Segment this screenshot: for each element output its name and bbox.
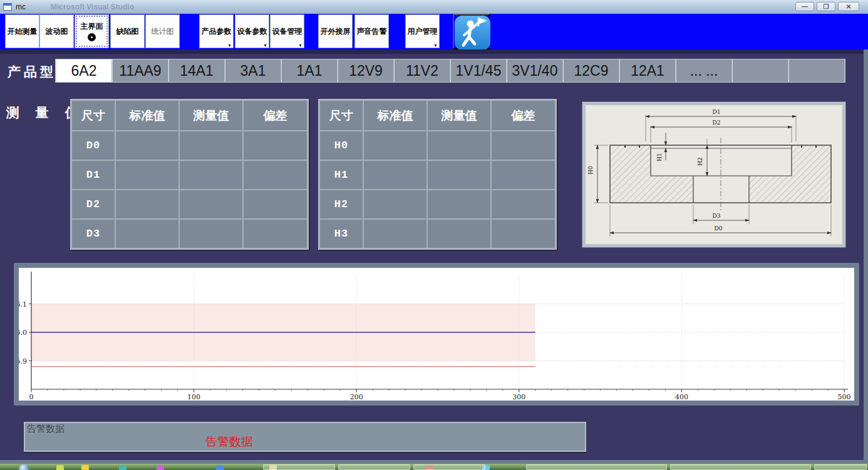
toolbar: 开始测量 波动图 主界面 缺陷图 统计图 产品参数 ▼ 设备参数 ▼ 设备管理 … bbox=[0, 14, 868, 49]
dim-label-d0: D0 bbox=[715, 225, 723, 232]
product-tab[interactable]: 6A2 bbox=[56, 59, 112, 82]
app-icon bbox=[3, 3, 12, 11]
dropdown-arrow-icon: ▼ bbox=[298, 43, 302, 48]
column-header: 测量值 bbox=[180, 101, 242, 130]
product-tab[interactable]: 11AA9 bbox=[112, 59, 168, 82]
titlebar: mc Microsoft Visual Studio — ❐ ✕ bbox=[0, 0, 868, 14]
value-cell bbox=[244, 131, 307, 160]
svg-text:500: 500 bbox=[838, 393, 851, 401]
value-cell bbox=[244, 161, 307, 189]
svg-text:5.9: 5.9 bbox=[19, 357, 27, 365]
background-window-title: Microsoft Visual Studio bbox=[51, 3, 134, 11]
trend-chart-panel: 5.96.06.10100200300400500 bbox=[14, 263, 859, 406]
value-cell bbox=[364, 220, 426, 248]
svg-text:0: 0 bbox=[29, 393, 34, 401]
taskbar-icon[interactable] bbox=[119, 465, 127, 470]
toolbar-button-device-manage[interactable]: 设备管理 ▼ bbox=[270, 14, 304, 48]
taskbar-window-button[interactable] bbox=[263, 464, 335, 470]
product-tab[interactable]: 3A1 bbox=[225, 59, 281, 82]
value-cell bbox=[244, 190, 307, 218]
product-tab[interactable]: 12A1 bbox=[619, 59, 676, 82]
person-with-flag-icon[interactable] bbox=[453, 14, 490, 49]
column-header: 尺寸 bbox=[320, 101, 363, 130]
toolbar-button-sound-alarm[interactable]: 声音告警 bbox=[354, 14, 389, 48]
dim-label-d1: D1 bbox=[713, 109, 721, 115]
record-ring-icon bbox=[88, 33, 96, 41]
product-model-tabstrip: 6A2 11AA9 14A1 3A1 1A1 12V9 11V2 1V1/45 … bbox=[55, 59, 845, 83]
product-tab-empty[interactable] bbox=[732, 59, 788, 82]
main-panel: 产品型号 6A2 11AA9 14A1 3A1 1A1 12V9 11V2 1V… bbox=[0, 49, 868, 460]
alarm-message: 告警数据 bbox=[205, 434, 253, 450]
app-window: mc Microsoft Visual Studio — ❐ ✕ 开始测量 波动… bbox=[0, 0, 868, 470]
dim-label-d3: D3 bbox=[713, 213, 721, 219]
toolbar-button-main-screen[interactable]: 主界面 bbox=[75, 14, 109, 48]
alarm-data-box: 告警数据 告警数据 bbox=[24, 422, 586, 452]
value-cell bbox=[116, 220, 178, 248]
product-tab[interactable]: 12V9 bbox=[338, 59, 394, 82]
value-cell bbox=[492, 190, 555, 218]
taskbar-icon[interactable] bbox=[157, 465, 164, 470]
close-button[interactable]: ✕ bbox=[838, 2, 859, 11]
taskbar-icon[interactable] bbox=[56, 465, 64, 470]
value-cell bbox=[180, 161, 242, 189]
dropdown-arrow-icon: ▼ bbox=[263, 43, 267, 48]
restore-button[interactable]: ❐ bbox=[817, 2, 835, 11]
product-tab[interactable]: 3V1/40 bbox=[507, 59, 563, 82]
value-cell bbox=[492, 220, 555, 248]
taskbar-icon[interactable] bbox=[216, 465, 224, 470]
taskbar-window-button[interactable] bbox=[413, 464, 485, 470]
toolbar-button-statistics-chart[interactable]: 统计图 bbox=[145, 14, 180, 48]
svg-text:200: 200 bbox=[350, 393, 363, 401]
toolbar-button-device-params[interactable]: 设备参数 ▼ bbox=[235, 14, 269, 48]
value-cell bbox=[116, 131, 178, 160]
measure-table-d: 尺寸 标准值 测量值 偏差 D0 D1 D2 D3 bbox=[70, 99, 309, 250]
column-header: 偏差 bbox=[492, 101, 555, 130]
window-title: mc bbox=[16, 3, 26, 11]
dim-label-d2: D2 bbox=[713, 120, 721, 126]
svg-text:300: 300 bbox=[512, 393, 525, 401]
svg-text:400: 400 bbox=[675, 393, 688, 401]
value-cell bbox=[116, 190, 178, 218]
product-tab[interactable]: 11V2 bbox=[394, 59, 450, 82]
start-button[interactable] bbox=[19, 464, 29, 470]
taskbar-window-button[interactable] bbox=[338, 464, 410, 470]
measure-table-h: 尺寸 标准值 测量值 偏差 H0 H1 H2 H3 bbox=[318, 99, 557, 250]
column-header: 偏差 bbox=[244, 101, 307, 130]
toolbar-button-defect-chart[interactable]: 缺陷图 bbox=[110, 14, 145, 48]
product-tab[interactable]: 1A1 bbox=[281, 59, 338, 82]
column-header: 标准值 bbox=[116, 101, 178, 130]
svg-text:6.0: 6.0 bbox=[19, 329, 27, 337]
svg-text:100: 100 bbox=[187, 393, 200, 401]
product-tab[interactable]: 14A1 bbox=[168, 59, 225, 82]
value-cell bbox=[492, 161, 555, 189]
row-label: D3 bbox=[72, 220, 115, 248]
column-header: 标准值 bbox=[364, 101, 426, 130]
window-edge bbox=[864, 49, 868, 460]
row-label: H0 bbox=[320, 131, 363, 160]
part-drawing-panel: D1 D2 H1 H2 H0 bbox=[582, 102, 845, 247]
trend-chart: 5.96.06.10100200300400500 bbox=[19, 268, 854, 401]
column-header: 尺寸 bbox=[72, 101, 115, 130]
product-tab[interactable]: 12C9 bbox=[563, 59, 619, 82]
taskbar-window-button[interactable] bbox=[526, 464, 667, 470]
taskbar-window-button[interactable] bbox=[670, 464, 811, 470]
toolbar-button-external-screen[interactable]: 开外接屏 bbox=[318, 14, 353, 48]
toolbar-button-start-measure[interactable]: 开始测量 bbox=[5, 14, 39, 48]
row-label: H1 bbox=[320, 161, 363, 189]
toolbar-button-user-manage[interactable]: 用户管理 ▼ bbox=[405, 14, 440, 48]
dropdown-arrow-icon: ▼ bbox=[433, 43, 438, 48]
minimize-button[interactable]: — bbox=[795, 2, 814, 11]
value-cell bbox=[364, 161, 426, 189]
value-cell bbox=[116, 161, 178, 189]
dim-label-h0: H0 bbox=[587, 166, 594, 175]
product-tab-more[interactable]: ... ... bbox=[676, 59, 732, 82]
product-tab[interactable]: 1V1/45 bbox=[450, 59, 507, 82]
toolbar-button-fluctuation-chart[interactable]: 波动图 bbox=[39, 14, 74, 48]
value-cell bbox=[428, 220, 490, 248]
taskbar-icon[interactable] bbox=[81, 465, 89, 470]
value-cell bbox=[364, 190, 426, 218]
product-tab-empty[interactable] bbox=[788, 59, 845, 82]
taskbar-window-button[interactable] bbox=[814, 464, 867, 470]
value-cell bbox=[428, 190, 490, 218]
toolbar-button-product-params[interactable]: 产品参数 ▼ bbox=[199, 14, 234, 48]
